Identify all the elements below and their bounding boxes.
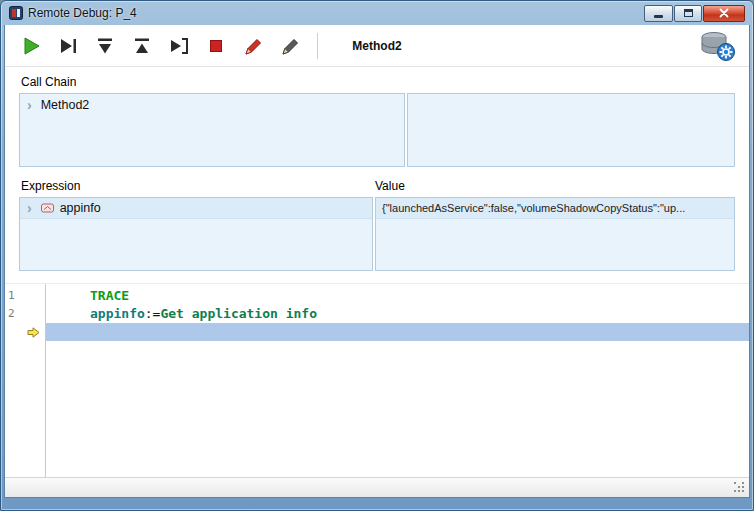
call-chain-panel: › Method2 [19, 93, 735, 167]
minimize-button[interactable] [644, 5, 673, 22]
toolbar-separator [317, 33, 318, 59]
expression-type-icon [41, 203, 54, 213]
step-into-icon [94, 35, 116, 57]
abort-button[interactable] [202, 32, 230, 60]
abort-and-edit-icon [242, 35, 264, 57]
abort-icon [205, 35, 227, 57]
watch-headers: Expression Value [21, 179, 735, 193]
chevron-right-icon[interactable]: › [27, 201, 32, 215]
value-row[interactable]: {"launchedAsService":false,"volumeShadow… [376, 198, 734, 219]
watch-panel: › appinfo {"launchedAsService":false,"vo… [19, 197, 735, 271]
edit-button[interactable] [276, 32, 304, 60]
editor-lines: 1TRACE2appinfo:=Get application info [5, 287, 749, 341]
edit-icon [279, 35, 301, 57]
breakpoint-gutter[interactable] [21, 287, 45, 305]
call-chain-list[interactable]: › Method2 [19, 93, 405, 167]
expression-list[interactable]: › appinfo [19, 197, 373, 271]
step-into-button[interactable] [91, 32, 119, 60]
run-button[interactable] [17, 32, 45, 60]
resize-grip-icon[interactable] [734, 482, 745, 493]
close-button[interactable] [703, 5, 745, 22]
code-token-operator: := [145, 306, 161, 321]
status-bar [5, 477, 749, 497]
app-icon [9, 6, 23, 20]
abort-and-edit-button[interactable] [239, 32, 267, 60]
editor-line[interactable]: 2appinfo:=Get application info [5, 305, 749, 323]
value-list[interactable]: {"launchedAsService":false,"volumeShadow… [375, 197, 735, 271]
step-over-icon [57, 35, 79, 57]
execution-arrow-icon[interactable] [21, 323, 45, 341]
editor-line[interactable]: 1TRACE [5, 287, 749, 305]
expression-name: appinfo [60, 201, 101, 215]
expression-row[interactable]: › appinfo [20, 198, 372, 219]
debug-toolbar: Method2 [5, 25, 749, 67]
titlebar[interactable]: Remote Debug: P_4 [4, 1, 750, 25]
step-over-button[interactable] [54, 32, 82, 60]
line-number: 1 [5, 287, 21, 305]
database-settings-button[interactable] [697, 30, 737, 62]
expression-value: {"launchedAsService":false,"volumeShadow… [382, 202, 685, 214]
breakpoint-gutter[interactable] [21, 305, 45, 323]
call-chain-header: Call Chain [21, 75, 735, 89]
window-controls [644, 5, 745, 22]
minimize-icon [654, 15, 663, 18]
editor-line[interactable] [5, 323, 749, 341]
run-icon [20, 35, 42, 57]
window-body: Method2 Call Cha [4, 25, 750, 498]
code-editor[interactable]: 1TRACE2appinfo:=Get application info [5, 283, 749, 477]
close-icon [719, 8, 729, 18]
remote-debug-window: Remote Debug: P_4 [0, 0, 754, 511]
chevron-right-icon[interactable]: › [27, 98, 32, 112]
expression-header: Expression [21, 179, 375, 193]
value-header: Value [375, 179, 405, 193]
code-token-command: Get application info [160, 306, 317, 321]
gutter-divider [45, 284, 46, 477]
step-out-button[interactable] [128, 32, 156, 60]
content-area: Call Chain › Method2 Expression Value › [5, 67, 749, 477]
database-settings-icon [698, 30, 736, 62]
call-chain-detail-pane[interactable] [407, 93, 735, 167]
line-number: 2 [5, 305, 21, 323]
code-token-variable: appinfo [90, 306, 145, 321]
call-chain-item-label: Method2 [41, 98, 90, 112]
step-into-process-icon [168, 35, 190, 57]
maximize-button[interactable] [674, 5, 702, 22]
call-chain-item[interactable]: › Method2 [20, 94, 404, 116]
code-token-keyword: TRACE [90, 288, 129, 303]
step-into-process-button[interactable] [165, 32, 193, 60]
maximize-icon [684, 9, 693, 17]
step-out-icon [131, 35, 153, 57]
window-title: Remote Debug: P_4 [28, 6, 137, 20]
